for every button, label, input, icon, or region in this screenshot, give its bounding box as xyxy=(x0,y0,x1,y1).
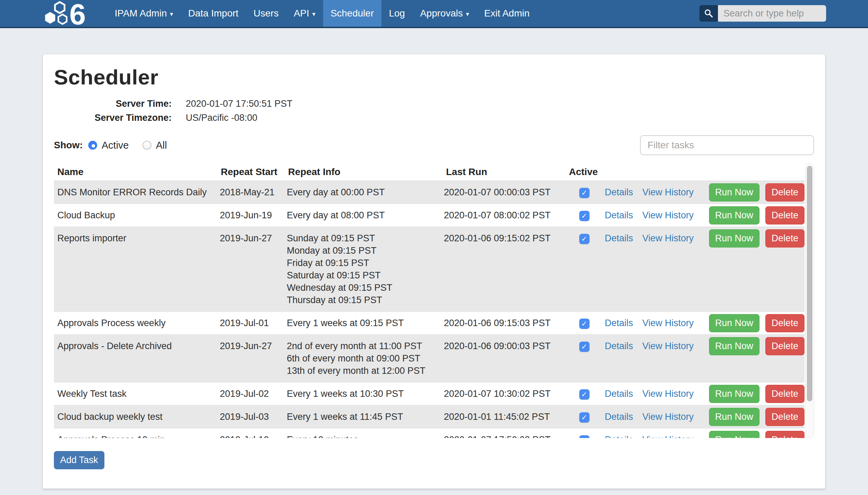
delete-button[interactable]: Delete xyxy=(765,385,804,403)
task-repeat-info: Sunday at 09:15 PSTMonday at 09:15 PSTFr… xyxy=(287,227,444,311)
nav-item-label: Log xyxy=(389,8,405,19)
task-repeat-info: Every day at 08:00 PST xyxy=(287,204,444,227)
show-label: Show: xyxy=(54,140,83,151)
table-row: Weekly Test task 2019-Jul-02 Every 1 wee… xyxy=(54,382,804,405)
task-last-run: 2020-01-07 08:00:02 PST xyxy=(444,204,566,227)
checkmark-icon: ✓ xyxy=(581,343,587,350)
repeat-info-line: Thursday at 09:15 PST xyxy=(287,294,444,306)
nav-item-label: Users xyxy=(253,8,278,19)
run-now-button[interactable]: Run Now xyxy=(709,183,760,202)
details-link[interactable]: Details xyxy=(605,389,633,399)
active-checkbox[interactable]: ✓ xyxy=(579,342,590,352)
run-now-button[interactable]: Run Now xyxy=(709,229,760,248)
active-checkbox[interactable]: ✓ xyxy=(579,435,590,438)
active-checkbox[interactable]: ✓ xyxy=(579,389,590,400)
task-repeat-info: Every 10 minutes xyxy=(287,428,444,438)
run-now-button[interactable]: Run Now xyxy=(709,314,760,332)
radio-unselected-icon[interactable] xyxy=(142,141,151,150)
task-name: Cloud Backup xyxy=(54,204,220,227)
repeat-info-line: 6th of every month at 09:00 PST xyxy=(287,352,444,365)
active-checkbox[interactable]: ✓ xyxy=(579,211,590,221)
run-now-button[interactable]: Run Now xyxy=(709,385,760,403)
task-repeat-info: Every 1 weeks at 09:15 PST xyxy=(287,312,444,334)
details-link[interactable]: Details xyxy=(605,341,633,351)
checkmark-icon: ✓ xyxy=(581,212,587,219)
server-time-label: Server Time: xyxy=(54,97,172,111)
nav-item-ipam-admin[interactable]: IPAM Admin ▾ xyxy=(107,0,181,27)
table-header: Name Repeat Start Repeat Info Last Run A… xyxy=(54,163,804,181)
details-link[interactable]: Details xyxy=(605,210,633,220)
nav-item-approvals[interactable]: Approvals ▾ xyxy=(412,0,477,27)
delete-button[interactable]: Delete xyxy=(765,229,804,248)
radio-label: All xyxy=(156,140,167,151)
view-history-link[interactable]: View History xyxy=(642,412,694,422)
delete-button[interactable]: Delete xyxy=(765,314,804,332)
delete-button[interactable]: Delete xyxy=(765,408,804,426)
task-repeat-info: Every 1 weeks at 11:45 PST xyxy=(287,405,444,428)
task-repeat-start: 2019-Jun-19 xyxy=(220,204,287,227)
task-last-run: 2020-01-07 10:30:02 PST xyxy=(444,382,566,405)
nav-item-users[interactable]: Users xyxy=(246,0,286,27)
task-repeat-info: 2nd of every month at 11:00 PST6th of ev… xyxy=(287,335,444,382)
active-checkbox[interactable]: ✓ xyxy=(579,319,590,329)
repeat-info-line: Wednesday at 09:15 PST xyxy=(287,281,444,294)
server-time-value: 2020-01-07 17:50:51 PST xyxy=(186,97,293,111)
details-link[interactable]: Details xyxy=(605,187,633,197)
nav-item-api[interactable]: API ▾ xyxy=(286,0,323,27)
delete-button[interactable]: Delete xyxy=(765,337,804,355)
view-history-link[interactable]: View History xyxy=(642,435,694,438)
checkmark-icon: ✓ xyxy=(581,235,587,242)
nav-item-scheduler[interactable]: Scheduler xyxy=(323,0,381,27)
task-repeat-info: Every day at 00:00 PST xyxy=(287,181,444,204)
repeat-info-line: Every day at 08:00 PST xyxy=(287,209,444,221)
nav-item-log[interactable]: Log xyxy=(381,0,413,27)
task-last-run: 2020-01-07 00:00:03 PST xyxy=(444,181,566,204)
show-option-active[interactable]: Active xyxy=(88,140,129,151)
delete-button[interactable]: Delete xyxy=(765,183,804,202)
run-now-button[interactable]: Run Now xyxy=(709,408,760,426)
show-option-all[interactable]: All xyxy=(142,140,167,151)
repeat-info-line: Friday at 09:15 PST xyxy=(287,257,444,269)
tasks-table: Name Repeat Start Repeat Info Last Run A… xyxy=(54,163,814,438)
details-link[interactable]: Details xyxy=(605,233,633,243)
nav-item-exit-admin[interactable]: Exit Admin xyxy=(477,0,537,27)
radio-selected-icon[interactable] xyxy=(88,141,97,150)
checkmark-icon: ✓ xyxy=(581,391,587,398)
details-link[interactable]: Details xyxy=(605,435,633,438)
nav-item-data-import[interactable]: Data Import xyxy=(181,0,246,27)
table-row: Cloud backup weekly test 2019-Jul-03 Eve… xyxy=(54,405,804,428)
scheduler-card: Scheduler Server Time: 2020-01-07 17:50:… xyxy=(43,54,825,489)
task-repeat-start: 2019-Jul-10 xyxy=(220,428,287,438)
filter-tasks-input[interactable] xyxy=(640,135,814,155)
view-history-link[interactable]: View History xyxy=(642,318,694,328)
active-checkbox[interactable]: ✓ xyxy=(579,234,590,244)
task-name: Approvals Process 10 min xyxy=(54,428,220,438)
details-link[interactable]: Details xyxy=(605,412,633,422)
active-checkbox[interactable]: ✓ xyxy=(579,412,590,423)
nav-item-label: IPAM Admin xyxy=(115,8,167,19)
hexagons-logo-icon: 6 xyxy=(41,0,95,27)
app-logo[interactable]: 6 xyxy=(41,0,95,27)
task-name: Cloud backup weekly test xyxy=(54,405,220,428)
server-timezone-value: US/Pacific -08:00 xyxy=(186,111,258,125)
col-last-run: Last Run xyxy=(446,166,569,177)
table-row: Approvals Process weekly 2019-Jul-01 Eve… xyxy=(54,311,804,334)
table-scrollbar[interactable] xyxy=(805,163,814,438)
run-now-button[interactable]: Run Now xyxy=(709,337,760,355)
run-now-button[interactable]: Run Now xyxy=(709,206,760,225)
view-history-link[interactable]: View History xyxy=(642,210,694,220)
details-link[interactable]: Details xyxy=(605,318,633,328)
logo-number: 6 xyxy=(69,0,86,27)
delete-button[interactable]: Delete xyxy=(765,206,804,225)
active-checkbox[interactable]: ✓ xyxy=(579,188,590,198)
search-input[interactable] xyxy=(718,5,826,22)
view-history-link[interactable]: View History xyxy=(642,389,694,399)
global-search xyxy=(699,5,826,22)
view-history-link[interactable]: View History xyxy=(642,341,694,351)
add-task-button[interactable]: Add Task xyxy=(54,451,104,469)
scrollbar-thumb[interactable] xyxy=(807,166,812,401)
run-now-button[interactable]: Run Now xyxy=(709,431,760,438)
view-history-link[interactable]: View History xyxy=(642,187,694,197)
delete-button[interactable]: Delete xyxy=(765,431,804,438)
view-history-link[interactable]: View History xyxy=(642,233,694,243)
